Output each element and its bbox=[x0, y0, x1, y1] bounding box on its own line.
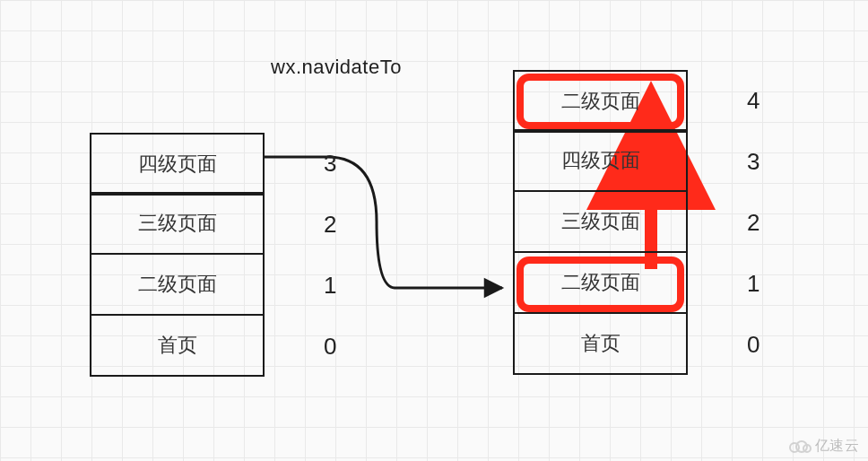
right-cell-label: 首页 bbox=[581, 330, 621, 357]
right-cell-label: 二级页面 bbox=[561, 88, 640, 115]
watermark: 亿速云 bbox=[788, 437, 860, 456]
right-cell-4: 二级页面 bbox=[513, 70, 688, 133]
left-cell-label: 三级页面 bbox=[138, 210, 217, 237]
svg-point-1 bbox=[796, 441, 807, 452]
left-cell-label: 四级页面 bbox=[138, 151, 217, 178]
left-index-2: 2 bbox=[324, 211, 336, 239]
right-index-4: 4 bbox=[747, 87, 760, 115]
diagram-title: wx.navidateTo bbox=[271, 56, 402, 79]
right-index-0: 0 bbox=[747, 331, 760, 359]
transition-arrow bbox=[265, 157, 502, 288]
left-cell-0: 首页 bbox=[90, 314, 265, 377]
right-cell-0: 首页 bbox=[513, 312, 688, 375]
left-cell-3: 四级页面 bbox=[90, 133, 265, 196]
right-cell-2: 三级页面 bbox=[513, 190, 688, 253]
left-cell-label: 首页 bbox=[158, 332, 197, 359]
right-index-1: 1 bbox=[747, 270, 760, 298]
watermark-text: 亿速云 bbox=[815, 437, 860, 456]
right-cell-label: 三级页面 bbox=[561, 208, 640, 235]
left-index-3: 3 bbox=[324, 150, 336, 178]
right-index-3: 3 bbox=[747, 148, 760, 176]
left-cell-1: 二级页面 bbox=[90, 253, 265, 316]
right-cell-1: 二级页面 bbox=[513, 251, 688, 314]
left-index-0: 0 bbox=[324, 333, 336, 361]
right-cell-label: 二级页面 bbox=[561, 269, 640, 296]
right-index-2: 2 bbox=[747, 209, 760, 237]
left-cell-2: 三级页面 bbox=[90, 192, 265, 255]
right-cell-label: 四级页面 bbox=[561, 147, 640, 174]
left-cell-label: 二级页面 bbox=[138, 271, 217, 298]
left-index-1: 1 bbox=[324, 272, 336, 300]
right-cell-3: 四级页面 bbox=[513, 129, 688, 192]
